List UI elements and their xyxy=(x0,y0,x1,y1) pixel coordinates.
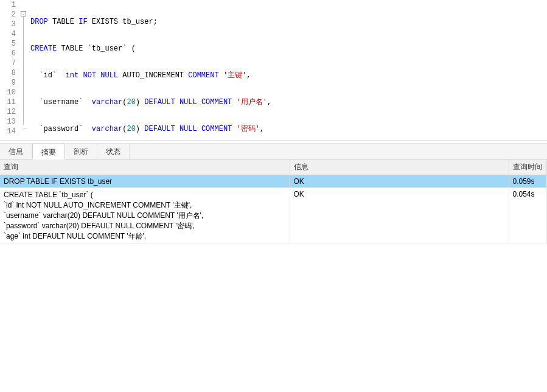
cell-time: 0.054s xyxy=(509,188,547,244)
tab-messages[interactable]: 信息 xyxy=(0,144,32,159)
tab-summary[interactable]: 摘要 xyxy=(32,144,65,159)
fold-column: - xyxy=(21,0,28,140)
result-header-row: 查询 信息 查询时间 xyxy=(0,159,547,175)
sql-editor[interactable]: 1 2 3 4 5 6 7 8 9 10 11 12 13 14 - DROP … xyxy=(0,0,547,140)
code-line: CREATE TABLE `tb_user` ( xyxy=(30,44,547,54)
cell-query: DROP TABLE IF EXISTS tb_user xyxy=(0,175,290,188)
col-header-info[interactable]: 信息 xyxy=(290,159,509,175)
result-table: 查询 信息 查询时间 DROP TABLE IF EXISTS tb_user … xyxy=(0,159,547,244)
cell-time: 0.059s xyxy=(509,175,547,188)
code-line: `username` varchar(20) DEFAULT NULL COMM… xyxy=(30,97,547,107)
code-line: DROP TABLE IF EXISTS tb_user; xyxy=(30,17,547,27)
fold-toggle-icon[interactable]: - xyxy=(21,11,26,16)
table-row[interactable]: CREATE TABLE `tb_user` ( `id` int NOT NU… xyxy=(0,188,547,244)
result-tabs: 信息 摘要 剖析 状态 xyxy=(0,144,547,159)
line-number-gutter: 1 2 3 4 5 6 7 8 9 10 11 12 13 14 xyxy=(0,0,21,140)
table-row[interactable]: DROP TABLE IF EXISTS tb_user OK 0.059s xyxy=(0,175,547,188)
cell-info: OK xyxy=(290,175,509,188)
cell-query: CREATE TABLE `tb_user` ( `id` int NOT NU… xyxy=(0,188,290,244)
code-line: `id` int NOT NULL AUTO_INCREMENT COMMENT… xyxy=(30,71,547,80)
fold-guide-line xyxy=(23,16,24,125)
col-header-query[interactable]: 查询 xyxy=(0,159,290,175)
cell-info: OK xyxy=(290,188,509,244)
col-header-time[interactable]: 查询时间 xyxy=(509,159,547,175)
fold-guide-end xyxy=(23,128,27,128)
code-area[interactable]: DROP TABLE IF EXISTS tb_user; CREATE TAB… xyxy=(28,0,547,140)
tab-profile[interactable]: 剖析 xyxy=(65,144,97,159)
tab-status[interactable]: 状态 xyxy=(97,144,130,159)
code-line: `password` varchar(20) DEFAULT NULL COMM… xyxy=(30,124,547,134)
